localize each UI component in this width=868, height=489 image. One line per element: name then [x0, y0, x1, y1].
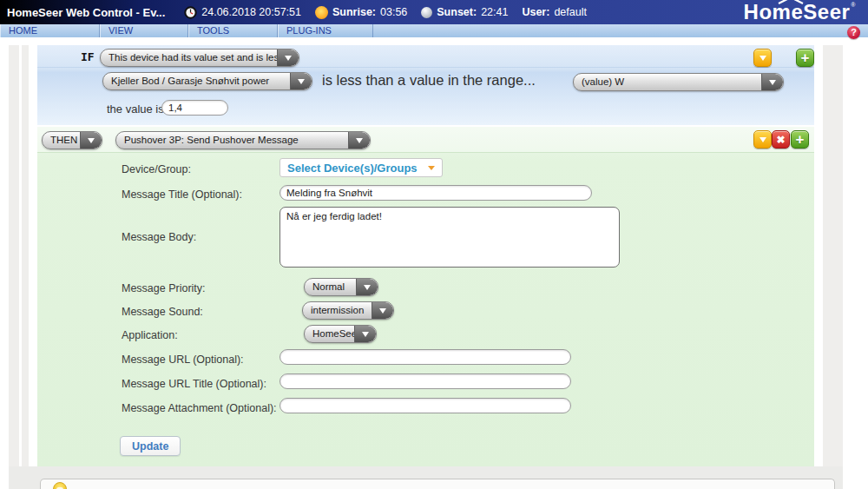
- message-attachment-input[interactable]: [279, 398, 571, 413]
- then-keyword-select[interactable]: THEN: [42, 131, 102, 149]
- trigger-value-label: the value is: [107, 102, 164, 116]
- chevron-down-icon: [428, 166, 435, 170]
- menu-item-home[interactable]: HOME: [0, 24, 100, 37]
- menu-item-plugins[interactable]: PLUG-INS: [278, 24, 373, 37]
- menu-item-view[interactable]: VIEW: [100, 24, 188, 37]
- sunset-group: Sunset: 22:41: [421, 6, 508, 18]
- message-sound-value: intermission: [303, 302, 372, 319]
- dropdown-arrow-icon[interactable]: [354, 326, 376, 342]
- event-status-icon: [53, 482, 67, 489]
- left-frame-inner: [22, 45, 29, 466]
- message-url-label: Message URL (Optional):: [122, 354, 244, 366]
- sunset-label: Sunset:: [437, 6, 477, 18]
- if-keyword: IF: [81, 50, 95, 63]
- message-title-input[interactable]: [279, 185, 592, 201]
- plus-icon: +: [796, 132, 805, 147]
- datetime-group: 24.06.2018 20:57:51: [184, 6, 301, 19]
- application-select[interactable]: HomeSeer: [304, 325, 377, 343]
- update-button[interactable]: Update: [120, 436, 181, 456]
- roof-icon: [778, 0, 804, 4]
- trigger-value-input[interactable]: [161, 100, 228, 116]
- application-label: Application:: [122, 329, 178, 341]
- message-priority-value: Normal: [305, 279, 356, 295]
- main-menu: HOME VIEW TOOLS PLUG-INS ?: [0, 24, 868, 37]
- message-sound-select[interactable]: intermission: [302, 301, 394, 320]
- datetime-text: 24.06.2018 20:57:51: [201, 6, 301, 18]
- sunrise-icon: [315, 6, 328, 19]
- message-body-label: Message Body:: [122, 231, 196, 243]
- message-url-input[interactable]: [279, 349, 571, 365]
- message-url-title-input[interactable]: [279, 373, 571, 389]
- user-label: User:: [522, 6, 549, 18]
- message-title-label: Message Title (Optional):: [122, 188, 242, 201]
- message-url-title-label: Message URL Title (Optional):: [122, 378, 266, 390]
- add-action-button[interactable]: +: [791, 130, 809, 149]
- application-value: HomeSeer: [305, 326, 354, 342]
- action-type-value: Pushover 3P: Send Pushover Message: [116, 132, 348, 149]
- trigger-range-text: is less than a value in the range...: [322, 72, 536, 89]
- window-title: HomeSeer Web Control - Ev...: [7, 6, 165, 19]
- dropdown-arrow-icon[interactable]: [761, 74, 783, 90]
- trigger-type-select[interactable]: This device had its value set and is les…: [100, 49, 299, 67]
- dropdown-arrow-icon[interactable]: [372, 302, 393, 319]
- sunset-icon: [421, 7, 432, 18]
- menu-item-tools[interactable]: TOOLS: [188, 24, 278, 37]
- add-condition-button[interactable]: +: [796, 49, 814, 67]
- chevron-down-icon: [760, 56, 766, 61]
- dropdown-arrow-icon[interactable]: [348, 132, 370, 149]
- dropdown-arrow-icon[interactable]: [356, 279, 378, 295]
- action-type-select[interactable]: Pushover 3P: Send Pushover Message: [115, 131, 371, 149]
- dropdown-arrow-icon[interactable]: [80, 132, 102, 149]
- message-priority-select[interactable]: Normal: [304, 278, 378, 296]
- left-frame-outer: [9, 45, 19, 466]
- collapse-trigger-button[interactable]: [753, 49, 772, 67]
- device-group-label: Device/Group:: [122, 163, 191, 175]
- trigger-unit-value: (value) W: [574, 74, 761, 90]
- message-attachment-label: Message Attachment (Optional):: [122, 402, 277, 414]
- user-name: default: [554, 6, 587, 18]
- chevron-down-icon: [760, 137, 766, 142]
- dropdown-arrow-icon[interactable]: [290, 73, 312, 89]
- next-event-row[interactable]: [40, 479, 835, 489]
- device-group-value: Select Device(s)/Groups: [287, 162, 418, 175]
- homeseer-window: HomeSeer Web Control - Ev... 24.06.2018 …: [0, 0, 868, 489]
- status-bar: HomeSeer Web Control - Ev... 24.06.2018 …: [0, 0, 868, 24]
- sunrise-group: Sunrise: 03:56: [315, 6, 407, 19]
- homeseer-logo[interactable]: HomeSeer®: [744, 2, 861, 23]
- event-trigger-section: IF This device had its value set and is …: [37, 45, 814, 125]
- logo-registered-mark: ®: [851, 2, 856, 8]
- user-group: User: default: [522, 6, 587, 18]
- event-action-section: THEN Pushover 3P: Send Pushover Message …: [37, 127, 814, 466]
- message-priority-label: Message Priority:: [122, 282, 206, 294]
- collapse-action-button[interactable]: [753, 130, 772, 149]
- clock-icon: [184, 6, 197, 19]
- help-button[interactable]: ?: [847, 26, 860, 39]
- trigger-device-select[interactable]: Kjeller Bod / Garasje Snøhvit power: [102, 72, 312, 90]
- trigger-type-value: This device had its value set and is les…: [101, 50, 277, 66]
- message-body-textarea[interactable]: Nå er jeg ferdig ladet!: [279, 207, 620, 268]
- sunset-time: 22:41: [481, 6, 508, 18]
- x-icon: ✖: [776, 134, 785, 146]
- plus-icon: +: [801, 50, 810, 65]
- right-frame: [823, 45, 843, 466]
- then-keyword-value: THEN: [43, 132, 80, 149]
- sunrise-time: 03:56: [380, 6, 407, 18]
- dropdown-arrow-icon[interactable]: [277, 50, 299, 66]
- logo-text: HomeSeer: [744, 2, 851, 23]
- sunrise-label: Sunrise:: [332, 6, 376, 18]
- delete-action-button[interactable]: ✖: [772, 130, 790, 149]
- message-sound-label: Message Sound:: [122, 306, 203, 318]
- device-group-select[interactable]: Select Device(s)/Groups: [279, 158, 443, 177]
- trigger-device-value: Kjeller Bod / Garasje Snøhvit power: [103, 73, 290, 89]
- trigger-unit-select[interactable]: (value) W: [573, 73, 784, 91]
